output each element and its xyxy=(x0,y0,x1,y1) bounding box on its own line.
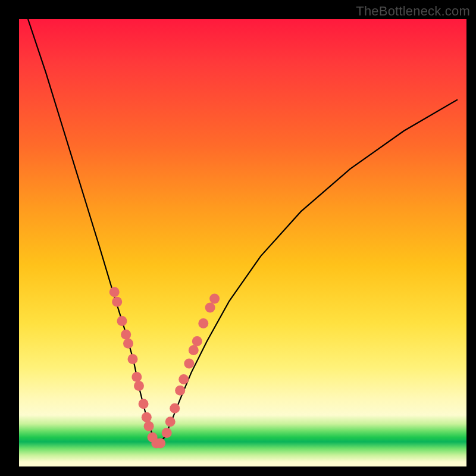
plot-area xyxy=(19,19,466,466)
watermark-text: TheBottleneck.com xyxy=(356,4,470,19)
data-dot xyxy=(205,303,215,313)
data-dot xyxy=(134,381,144,391)
data-dot xyxy=(192,336,202,346)
chart-frame: TheBottleneck.com xyxy=(0,0,476,476)
data-dot xyxy=(184,359,194,369)
data-dot xyxy=(117,316,127,326)
data-dot xyxy=(109,287,120,297)
data-dot xyxy=(123,339,133,349)
data-dot xyxy=(162,428,172,438)
data-dot xyxy=(139,399,149,409)
data-dot xyxy=(198,318,208,328)
data-dot xyxy=(131,372,142,382)
data-dot xyxy=(209,294,220,304)
data-dot xyxy=(144,421,154,431)
bottleneck-curve xyxy=(28,19,458,444)
data-dot xyxy=(189,345,199,355)
data-dot xyxy=(165,416,176,427)
data-dot xyxy=(121,330,131,340)
data-dot xyxy=(175,386,185,396)
data-dot xyxy=(178,374,189,384)
data-dot xyxy=(170,403,180,414)
data-dot xyxy=(142,412,152,422)
curve-svg xyxy=(19,19,466,466)
dot-layer xyxy=(109,287,220,448)
data-dot xyxy=(155,438,165,448)
data-dot xyxy=(128,354,138,364)
data-dot xyxy=(112,297,122,307)
